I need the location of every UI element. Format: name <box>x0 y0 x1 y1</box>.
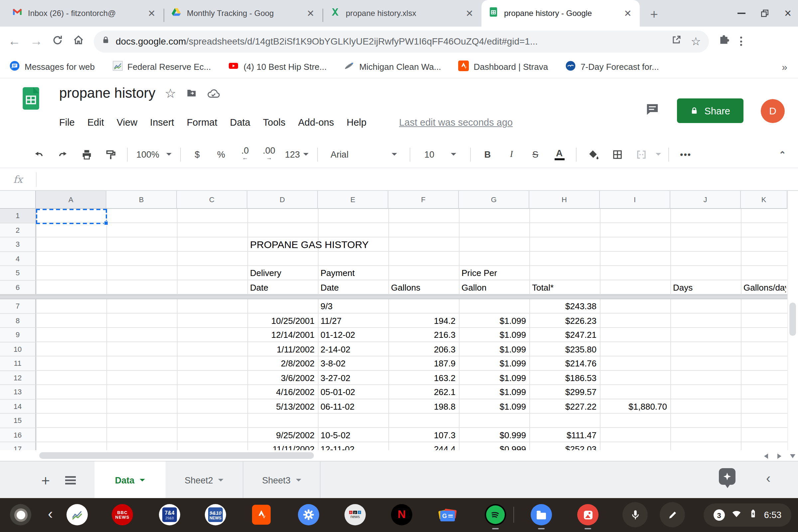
cell-E6[interactable]: Date <box>321 280 339 294</box>
cell-E10[interactable]: 2-14-02 <box>321 342 350 357</box>
browser-menu-icon[interactable] <box>739 35 743 47</box>
netflix-app-icon[interactable]: N <box>391 504 412 525</box>
add-sheet-button[interactable]: ＋ <box>39 461 53 499</box>
cell-G5[interactable]: Price Per <box>461 266 497 280</box>
merge-cells-icon[interactable] <box>633 145 649 164</box>
row-header-7[interactable]: 7 <box>0 299 36 314</box>
column-header-D[interactable]: D <box>247 191 318 209</box>
column-header-E[interactable]: E <box>318 191 388 209</box>
cell-H17[interactable]: $252.03 <box>529 442 596 450</box>
tab-close-icon[interactable]: ✕ <box>146 8 157 19</box>
italic-button[interactable]: I <box>504 145 519 164</box>
cell-G17[interactable]: $0.999 <box>459 442 526 450</box>
cell-G8[interactable]: $1.099 <box>459 314 526 328</box>
row-header-4[interactable]: 4 <box>0 252 36 266</box>
cell-F17[interactable]: 244.4 <box>388 442 456 450</box>
sheet-tab-data[interactable]: Data <box>94 461 166 499</box>
cell-E12[interactable]: 3-27-02 <box>321 371 350 385</box>
collapse-panel-chevron[interactable]: ‹ <box>766 471 771 486</box>
row-header-11[interactable]: 11 <box>0 357 36 371</box>
all-sheets-icon[interactable] <box>65 476 76 485</box>
row-header-6[interactable]: 6 <box>0 280 36 294</box>
menu-file[interactable]: File <box>59 117 75 128</box>
strikethrough-button[interactable]: S <box>527 145 543 164</box>
sheet-tab-sheet3[interactable]: Sheet3 <box>243 461 321 499</box>
shelf-back-chevron[interactable]: ‹ <box>48 506 53 523</box>
cell-E8[interactable]: 11/27 <box>321 314 341 328</box>
cell-I14[interactable]: $1,880.70 <box>600 399 667 414</box>
selection-box-A1[interactable] <box>36 209 107 224</box>
bookmark-2[interactable]: Federal Reserve Ec... <box>112 60 211 73</box>
browser-tab-4[interactable]: propane history - Google✕ <box>481 0 640 26</box>
cell-J6[interactable]: Days <box>673 280 692 294</box>
cell-D8[interactable]: 10/25/2001 <box>247 314 315 328</box>
star-doc-icon[interactable]: ☆ <box>165 86 176 101</box>
bookmark-4[interactable]: Michigan Clean Wa... <box>344 60 441 73</box>
cell-G14[interactable]: $1.099 <box>459 399 526 414</box>
strava-app-icon[interactable] <box>251 504 272 525</box>
cell-F9[interactable]: 216.3 <box>388 328 456 342</box>
formula-input[interactable] <box>37 168 798 190</box>
bookmark-star-icon[interactable]: ☆ <box>691 34 701 48</box>
cell-F11[interactable]: 187.9 <box>388 357 456 371</box>
row-header-9[interactable]: 9 <box>0 328 36 342</box>
bookmark-1[interactable]: Messages for web <box>9 60 95 73</box>
fill-color-icon[interactable] <box>585 145 601 164</box>
select-all-corner[interactable] <box>0 191 36 209</box>
bookmark-5[interactable]: Dashboard | Strava <box>458 60 548 73</box>
column-header-K[interactable]: K <box>741 191 787 209</box>
format-currency-button[interactable]: $ <box>189 145 205 164</box>
cell-E13[interactable]: 05-01-02 <box>321 385 355 399</box>
row-header-14[interactable]: 14 <box>0 399 36 414</box>
move-folder-icon[interactable] <box>186 88 197 98</box>
gallery-app-icon[interactable] <box>577 504 598 525</box>
menu-edit[interactable]: Edit <box>88 117 104 128</box>
new-tab-button[interactable]: ＋ <box>648 7 660 21</box>
spotify-app-icon[interactable] <box>485 504 506 525</box>
cell-H16[interactable]: $111.47 <box>529 428 596 442</box>
column-header-H[interactable]: H <box>529 191 600 209</box>
decrease-decimal-button[interactable]: .0← <box>237 145 253 164</box>
cell-F10[interactable]: 206.3 <box>388 342 456 357</box>
row-header-10[interactable]: 10 <box>0 342 36 357</box>
forward-icon[interactable]: → <box>30 35 42 48</box>
selection-fill-handle[interactable] <box>104 221 108 225</box>
comment-icon[interactable] <box>645 102 660 119</box>
column-header-C[interactable]: C <box>177 191 247 209</box>
cell-D16[interactable]: 9/25/2002 <box>247 428 315 442</box>
row-header-16[interactable]: 16 <box>0 428 36 442</box>
cell-D17[interactable]: 11/11/2002 <box>247 442 315 450</box>
launcher-button[interactable] <box>10 504 31 525</box>
nine-ten-news-app-icon[interactable]: 9&10 NEWS <box>205 504 226 525</box>
cell-E16[interactable]: 10-5-02 <box>321 428 350 442</box>
cell-F14[interactable]: 198.8 <box>388 399 456 414</box>
cell-G11[interactable]: $1.099 <box>459 357 526 371</box>
cell-D11[interactable]: 2/8/2002 <box>247 357 315 371</box>
cell-F12[interactable]: 163.2 <box>388 371 456 385</box>
menu-help[interactable]: Help <box>347 117 367 128</box>
cell-G6[interactable]: Gallon <box>461 280 487 294</box>
row-header-13[interactable]: 13 <box>0 385 36 399</box>
minimize-button[interactable] <box>738 13 746 14</box>
scroll-down-arrow[interactable] <box>787 452 798 459</box>
cell-H7[interactable]: $243.38 <box>529 299 596 314</box>
merge-options-caret[interactable] <box>656 153 661 156</box>
cell-F8[interactable]: 194.2 <box>388 314 456 328</box>
doc-title[interactable]: propane history <box>59 85 156 101</box>
bbc-news-app-icon[interactable]: BBCNEWS <box>112 504 133 525</box>
toolbar-more-button[interactable]: ••• <box>678 145 694 164</box>
cell-E9[interactable]: 01-12-02 <box>321 328 355 342</box>
lock-icon[interactable] <box>102 35 110 47</box>
cell-D12[interactable]: 3/6/2002 <box>247 371 315 385</box>
address-bar[interactable]: docs.google.com/spreadsheets/d/14gtB2iSf… <box>94 30 709 52</box>
cloud-saved-icon[interactable] <box>207 88 220 98</box>
row-header-17[interactable]: 17 <box>0 442 36 450</box>
menu-data[interactable]: Data <box>230 117 250 128</box>
menu-addons[interactable]: Add-ons <box>298 117 334 128</box>
hscroll-thumb[interactable] <box>39 452 314 459</box>
share-button[interactable]: Share <box>677 98 743 123</box>
bold-button[interactable]: B <box>479 145 495 164</box>
row-header-3[interactable]: 3 <box>0 238 36 252</box>
cell-H12[interactable]: $186.53 <box>529 371 596 385</box>
column-header-I[interactable]: I <box>600 191 670 209</box>
